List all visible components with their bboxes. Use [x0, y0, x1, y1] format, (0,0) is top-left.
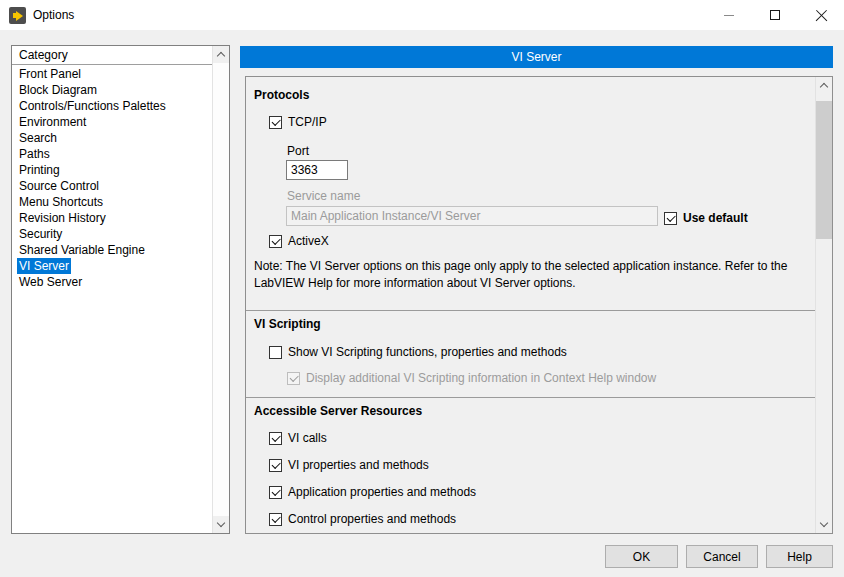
- category-item[interactable]: Shared Variable Engine: [12, 242, 212, 258]
- display-additional-checkbox: Display additional VI Scripting informat…: [287, 370, 656, 386]
- category-item[interactable]: Source Control: [12, 178, 212, 194]
- maximize-button[interactable]: [752, 0, 798, 30]
- checkbox-icon: [269, 459, 282, 472]
- category-item[interactable]: Security: [12, 226, 212, 242]
- scrollbar-thumb[interactable]: [816, 101, 832, 239]
- activex-label: ActiveX: [288, 234, 329, 248]
- checkbox-icon: [269, 513, 282, 526]
- vi-properties-label: VI properties and methods: [288, 458, 429, 472]
- category-list: Category Front Panel Block Diagram Contr…: [11, 45, 230, 534]
- use-default-checkbox[interactable]: Use default: [664, 210, 748, 226]
- tcpip-checkbox[interactable]: TCP/IP: [269, 114, 327, 130]
- category-item[interactable]: Front Panel: [12, 66, 212, 82]
- show-vi-scripting-checkbox[interactable]: Show VI Scripting functions, properties …: [269, 344, 567, 360]
- maximize-icon: [770, 10, 780, 20]
- scroll-up-button[interactable]: [816, 77, 832, 94]
- checkbox-icon: [269, 432, 282, 445]
- checkbox-icon: [269, 346, 282, 359]
- settings-panel: Protocols TCP/IP Port Service name Use d…: [245, 76, 833, 534]
- use-default-label: Use default: [683, 211, 748, 225]
- ok-button[interactable]: OK: [605, 545, 678, 568]
- application-properties-label: Application properties and methods: [288, 485, 476, 499]
- checkbox-icon: [664, 212, 677, 225]
- chevron-down-icon: [820, 519, 828, 527]
- category-list-header: Category: [12, 46, 212, 65]
- vi-calls-label: VI calls: [288, 431, 327, 445]
- display-additional-label: Display additional VI Scripting informat…: [306, 371, 656, 385]
- chevron-up-icon: [820, 83, 828, 91]
- close-button[interactable]: [798, 0, 844, 30]
- help-button[interactable]: Help: [766, 545, 833, 568]
- vi-scripting-heading: VI Scripting: [254, 317, 321, 331]
- category-item[interactable]: Controls/Functions Palettes: [12, 98, 212, 114]
- category-item[interactable]: Web Server: [12, 274, 212, 290]
- scroll-down-button[interactable]: [816, 516, 832, 533]
- section-divider: [246, 310, 815, 311]
- port-label: Port: [287, 144, 309, 158]
- cancel-button[interactable]: Cancel: [686, 545, 758, 568]
- category-item[interactable]: Block Diagram: [12, 82, 212, 98]
- accessible-resources-heading: Accessible Server Resources: [254, 404, 422, 418]
- close-icon: [815, 9, 828, 22]
- vi-calls-checkbox[interactable]: VI calls: [269, 430, 327, 446]
- service-name-input: [286, 206, 658, 226]
- scroll-up-button[interactable]: [213, 46, 229, 63]
- category-item[interactable]: Paths: [12, 146, 212, 162]
- chevron-down-icon: [217, 519, 225, 527]
- title-bar: Options: [0, 0, 844, 30]
- checkbox-icon: [269, 235, 282, 248]
- section-divider: [246, 397, 815, 398]
- panel-scrollbar[interactable]: [815, 77, 832, 533]
- category-item[interactable]: Printing: [12, 162, 212, 178]
- protocols-heading: Protocols: [254, 88, 309, 102]
- minimize-icon: [724, 15, 734, 16]
- control-properties-checkbox[interactable]: Control properties and methods: [269, 511, 456, 527]
- category-items: Front Panel Block Diagram Controls/Funct…: [12, 66, 212, 290]
- tcpip-label: TCP/IP: [288, 115, 327, 129]
- checkbox-icon: [269, 486, 282, 499]
- show-vi-scripting-label: Show VI Scripting functions, properties …: [288, 345, 567, 359]
- panel-title: VI Server: [240, 46, 833, 68]
- minimize-button[interactable]: [706, 0, 752, 30]
- category-item[interactable]: Revision History: [12, 210, 212, 226]
- service-name-label: Service name: [287, 189, 360, 203]
- vi-properties-checkbox[interactable]: VI properties and methods: [269, 457, 429, 473]
- checkbox-icon: [287, 372, 300, 385]
- labview-app-icon: [9, 7, 26, 24]
- checkbox-icon: [269, 116, 282, 129]
- scroll-down-button[interactable]: [213, 516, 229, 533]
- window-title: Options: [33, 0, 74, 30]
- control-properties-label: Control properties and methods: [288, 512, 456, 526]
- vi-server-note: Note: The VI Server options on this page…: [254, 258, 828, 292]
- category-item[interactable]: Environment: [12, 114, 212, 130]
- category-scrollbar[interactable]: [212, 46, 229, 533]
- category-item[interactable]: VI Server: [12, 258, 212, 274]
- activex-checkbox[interactable]: ActiveX: [269, 233, 329, 249]
- application-properties-checkbox[interactable]: Application properties and methods: [269, 484, 476, 500]
- category-item[interactable]: Menu Shortcuts: [12, 194, 212, 210]
- category-item[interactable]: Search: [12, 130, 212, 146]
- chevron-up-icon: [217, 52, 225, 60]
- port-input[interactable]: [286, 160, 348, 180]
